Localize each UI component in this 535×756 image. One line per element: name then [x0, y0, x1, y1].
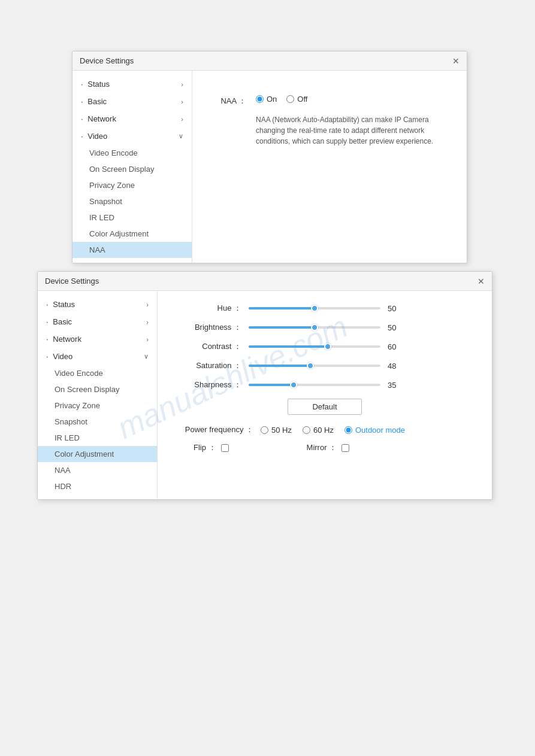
sidebar-sub-video-encode[interactable]: Video Encode: [72, 145, 192, 161]
sidebar2-sub-color-adjustment[interactable]: Color Adjustment: [38, 446, 157, 462]
freq-60hz-label[interactable]: 60 Hz: [303, 426, 334, 435]
saturation-value: 48: [388, 362, 406, 371]
dialog-color-adj: Device Settings ✕ · Status › · Basic › ·…: [37, 271, 492, 500]
freq-options: 50 Hz 60 Hz Outdoor mode: [261, 426, 405, 435]
dialog-color-adj-title: Device Settings: [45, 277, 99, 286]
naa-content: NAA ： On Off NAA (Network Auto-Adaptabil…: [192, 71, 467, 263]
dialog-color-adj-close[interactable]: ✕: [477, 277, 485, 286]
freq-60hz-text: 60 Hz: [313, 426, 334, 435]
dialog-color-adj-header: Device Settings ✕: [38, 272, 492, 291]
sidebar-color-adj: · Status › · Basic › · Network › · Video…: [38, 291, 158, 499]
sidebar-naa: · Status › · Basic › · Network › · Video…: [72, 71, 192, 263]
dialog-naa-header: Device Settings ✕: [72, 51, 467, 71]
sidebar-item-network[interactable]: · Network ›: [72, 110, 192, 127]
contrast-track[interactable]: [249, 345, 380, 348]
naa-off-text: Off: [297, 95, 307, 104]
naa-on-label[interactable]: On: [256, 95, 277, 104]
color-adj-content: Hue ： 50 Brightness ： 50 Contrast ：: [158, 291, 492, 499]
sidebar2-item-network[interactable]: · Network ›: [38, 330, 157, 348]
saturation-label: Saturation ：: [176, 360, 241, 371]
freq-50hz-label[interactable]: 50 Hz: [261, 426, 292, 435]
naa-setting-row: NAA ： On Off: [210, 95, 449, 110]
sidebar-sub-naa[interactable]: NAA: [72, 242, 192, 258]
sharpness-value: 35: [388, 381, 406, 390]
flip-group: Flip ：: [194, 442, 229, 453]
power-freq-row: Power frequency ： 50 Hz 60 Hz Outdoor mo…: [176, 424, 474, 435]
mirror-checkbox[interactable]: [341, 444, 349, 452]
flip-mirror-row: Flip ： Mirror ：: [194, 442, 474, 453]
saturation-track[interactable]: [249, 365, 380, 367]
naa-description: NAA (Network Auto-Adaptability) can make…: [256, 114, 449, 147]
flip-label: Flip ：: [194, 442, 216, 453]
sidebar2-sub-on-screen-display[interactable]: On Screen Display: [38, 381, 157, 397]
freq-outdoor-radio[interactable]: [344, 426, 352, 434]
sidebar2-sub-ir-led[interactable]: IR LED: [38, 430, 157, 446]
dialog-color-adj-body: · Status › · Basic › · Network › · Video…: [38, 291, 492, 499]
brightness-track[interactable]: [249, 326, 380, 329]
default-button[interactable]: Default: [288, 399, 361, 415]
sidebar-sub-color-adjustment[interactable]: Color Adjustment: [72, 226, 192, 242]
dialog-naa-body: · Status › · Basic › · Network › · Video…: [72, 71, 467, 263]
hue-track[interactable]: [249, 307, 380, 309]
sidebar2-sub-snapshot[interactable]: Snapshot: [38, 414, 157, 430]
sidebar2-sub-privacy-zone[interactable]: Privacy Zone: [38, 397, 157, 414]
sharpness-slider-row: Sharpness ： 35: [176, 379, 474, 390]
sidebar-sub-on-screen-display[interactable]: On Screen Display: [72, 161, 192, 177]
sidebar2-item-video[interactable]: · Video ∨: [38, 348, 157, 365]
sidebar2-sub-hdr[interactable]: HDR: [38, 478, 157, 494]
freq-outdoor-text: Outdoor mode: [355, 426, 405, 435]
sharpness-track[interactable]: [249, 384, 380, 386]
sidebar-sub-privacy-zone[interactable]: Privacy Zone: [72, 177, 192, 193]
mirror-label: Mirror ：: [307, 442, 337, 453]
contrast-label: Contrast ：: [176, 341, 241, 352]
naa-label: NAA ：: [210, 95, 246, 107]
sidebar2-sub-video-encode[interactable]: Video Encode: [38, 365, 157, 381]
dialog-naa: Device Settings ✕ · Status › · Basic › ·…: [72, 51, 467, 263]
sidebar-item-status[interactable]: · Status ›: [72, 75, 192, 93]
freq-50hz-text: 50 Hz: [271, 426, 292, 435]
contrast-value: 60: [388, 342, 406, 351]
naa-on-text: On: [267, 95, 277, 104]
freq-50hz-radio[interactable]: [261, 426, 268, 434]
sidebar2-item-status[interactable]: · Status ›: [38, 296, 157, 313]
naa-off-radio[interactable]: [286, 95, 294, 103]
sidebar-sub-ir-led[interactable]: IR LED: [72, 210, 192, 226]
sidebar2-sub-naa[interactable]: NAA: [38, 462, 157, 478]
naa-off-label[interactable]: Off: [286, 95, 307, 104]
brightness-value: 50: [388, 323, 406, 332]
saturation-slider-row: Saturation ： 48: [176, 360, 474, 371]
hue-value: 50: [388, 304, 406, 313]
brightness-label: Brightness ：: [176, 322, 241, 333]
mirror-group: Mirror ：: [307, 442, 350, 453]
sidebar-sub-snapshot[interactable]: Snapshot: [72, 193, 192, 210]
hue-label: Hue ：: [176, 303, 241, 314]
dialog-naa-close[interactable]: ✕: [452, 57, 460, 65]
sharpness-label: Sharpness ：: [176, 379, 241, 390]
sidebar-item-video[interactable]: · Video ∨: [72, 127, 192, 145]
contrast-slider-row: Contrast ： 60: [176, 341, 474, 352]
dialog-naa-title: Device Settings: [80, 56, 134, 65]
power-freq-label: Power frequency ：: [176, 424, 253, 435]
naa-on-radio[interactable]: [256, 95, 264, 103]
brightness-slider-row: Brightness ： 50: [176, 322, 474, 333]
flip-checkbox[interactable]: [221, 444, 229, 452]
sidebar2-item-basic[interactable]: · Basic ›: [38, 313, 157, 330]
freq-outdoor-label[interactable]: Outdoor mode: [344, 426, 405, 435]
naa-radio-group: On Off: [256, 95, 307, 104]
sidebar-item-basic[interactable]: · Basic ›: [72, 93, 192, 110]
hue-slider-row: Hue ： 50: [176, 303, 474, 314]
freq-60hz-radio[interactable]: [303, 426, 310, 434]
